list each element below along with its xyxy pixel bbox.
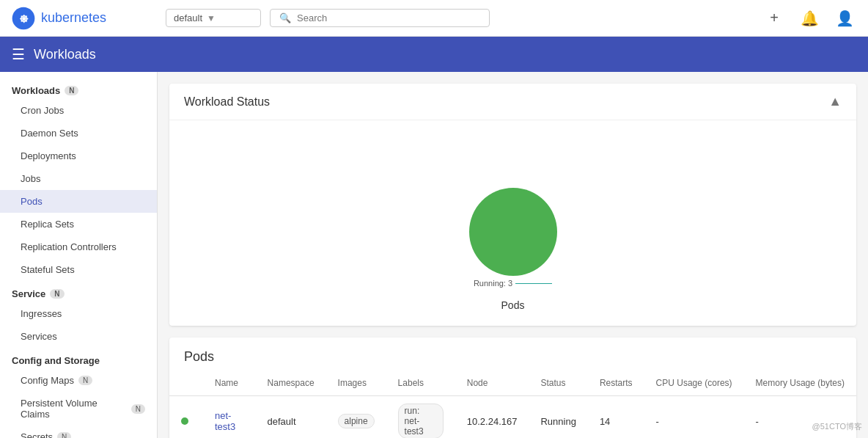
sidebar-item-ingresses[interactable]: Ingresses (0, 302, 157, 325)
main-content: Workload Status ▲ Running: 3 Pods (158, 72, 868, 438)
col-header-labels: Labels (386, 371, 455, 396)
pods-circle-container: Running: 3 (469, 188, 557, 288)
add-button[interactable]: + (762, 7, 786, 30)
row-restarts: 14 (588, 396, 644, 439)
chevron-down-icon: ▼ (207, 13, 216, 23)
sidebar-item-replica-sets[interactable]: Replica Sets (0, 213, 157, 236)
col-header-images: Images (326, 371, 386, 396)
notifications-button[interactable]: 🔔 (798, 7, 821, 30)
sidebar-item-config-maps[interactable]: Config Maps N (0, 369, 157, 392)
col-header-restarts: Restarts (588, 371, 644, 396)
sidebar-item-pods[interactable]: Pods (0, 190, 157, 213)
running-label: Running: 3 (474, 279, 512, 288)
sidebar-item-daemon-sets[interactable]: Daemon Sets (0, 122, 157, 145)
namespace-selector[interactable]: default ▼ (166, 9, 261, 27)
table-row: net-test3 default alpine run: net-test3 … (169, 396, 856, 439)
secrets-badge: N (57, 432, 71, 438)
col-header-name (169, 371, 203, 396)
pods-section-title: Pods (169, 337, 856, 371)
col-header-node: Node (455, 371, 529, 396)
config-maps-badge: N (78, 376, 92, 385)
sidebar-item-pvc[interactable]: Persistent Volume Claims N (0, 392, 157, 426)
row-node: 10.2.24.167 (455, 396, 529, 439)
pods-table-card: Pods Name Namespace Images Labels Node S… (169, 337, 856, 438)
section-bar: ☰ Workloads (0, 37, 868, 72)
sidebar-workloads-header: Workloads N (0, 78, 157, 99)
line-connector (515, 283, 552, 284)
sidebar-item-jobs[interactable]: Jobs (0, 167, 157, 190)
pods-table: Name Namespace Images Labels Node Status… (169, 371, 856, 438)
sidebar-item-stateful-sets[interactable]: Stateful Sets (0, 258, 157, 281)
svg-text:⎈: ⎈ (20, 10, 29, 25)
search-icon: 🔍 (279, 12, 291, 23)
sidebar-item-cron-jobs[interactable]: Cron Jobs (0, 99, 157, 122)
sidebar-service-header: Service N (0, 281, 157, 302)
search-bar: 🔍 (270, 9, 490, 27)
service-badge: N (50, 289, 64, 299)
col-header-memory: Memory Usage (bytes) (744, 371, 856, 396)
kubernetes-logo-icon: ⎈ (12, 7, 35, 30)
image-chip: alpine (338, 414, 375, 428)
row-status-dot (169, 396, 203, 439)
pods-circle (469, 188, 557, 276)
search-input[interactable] (297, 12, 480, 23)
label-chip: run: net-test3 (398, 404, 444, 438)
col-header-name-text: Name (203, 371, 256, 396)
row-namespace: default (256, 396, 326, 439)
hamburger-menu-icon[interactable]: ☰ (12, 45, 25, 63)
table-header-row: Name Namespace Images Labels Node Status… (169, 371, 856, 396)
workloads-badge: N (65, 86, 78, 95)
col-header-namespace: Namespace (256, 371, 326, 396)
row-label: run: net-test3 (386, 396, 455, 439)
main-layout: Workloads N Cron Jobs Daemon Sets Deploy… (0, 72, 868, 438)
sidebar-item-replication-controllers[interactable]: Replication Controllers (0, 236, 157, 258)
user-menu-button[interactable]: 👤 (833, 7, 856, 30)
pvc-badge: N (131, 404, 145, 414)
workload-status-title: Workload Status (184, 95, 270, 109)
logo-text: kubernetes (41, 10, 106, 26)
sidebar: Workloads N Cron Jobs Daemon Sets Deploy… (0, 72, 158, 438)
section-title: Workloads (34, 47, 96, 62)
pod-link[interactable]: net-test3 (215, 410, 235, 432)
sidebar-item-services[interactable]: Services (0, 325, 157, 348)
pods-chart: Running: 3 Pods (469, 188, 557, 311)
col-header-cpu: CPU Usage (cores) (644, 371, 744, 396)
sidebar-item-secrets[interactable]: Secrets N (0, 426, 157, 438)
sidebar-item-deployments[interactable]: Deployments (0, 145, 157, 167)
row-image: alpine (326, 396, 386, 439)
collapse-button[interactable]: ▲ (828, 94, 842, 109)
top-bar: ⎈ kubernetes default ▼ 🔍 + 🔔 👤 (0, 0, 868, 37)
row-cpu: - (644, 396, 744, 439)
pods-chart-label: Pods (501, 299, 525, 311)
workload-status-header: Workload Status ▲ (169, 84, 856, 120)
top-actions: + 🔔 👤 (762, 7, 856, 30)
workload-status-card: Workload Status ▲ Running: 3 Pods (169, 84, 856, 326)
sidebar-config-header: Config and Storage (0, 348, 157, 369)
status-indicator (181, 417, 188, 425)
logo-area: ⎈ kubernetes (12, 7, 166, 30)
workload-status-body: Running: 3 Pods (169, 120, 856, 326)
watermark: @51CTO博客 (812, 421, 862, 432)
row-status: Running (529, 396, 587, 439)
namespace-value: default (174, 12, 202, 23)
running-indicator: Running: 3 (474, 279, 552, 288)
col-header-status: Status (529, 371, 587, 396)
row-name: net-test3 (203, 396, 256, 439)
